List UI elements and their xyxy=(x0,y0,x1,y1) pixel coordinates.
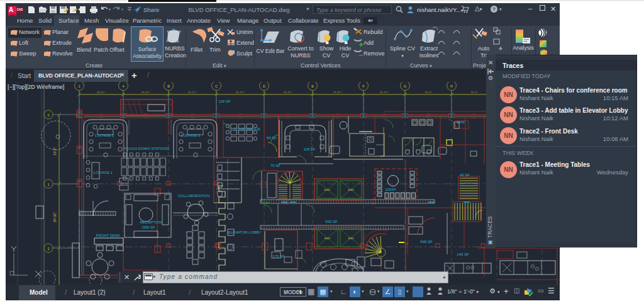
svg-text:14'-8½": 14'-8½" xyxy=(97,91,106,94)
svg-text:118 SF: 118 SF xyxy=(219,99,231,103)
svg-text:1: 1 xyxy=(47,183,49,186)
svg-text:21'-0": 21'-0" xyxy=(53,147,57,155)
svg-text:100SF: 100SF xyxy=(457,121,465,124)
svg-text:D: D xyxy=(263,84,265,88)
svg-text:46 SF: 46 SF xyxy=(460,173,470,177)
svg-text:70 SF: 70 SF xyxy=(270,164,280,167)
svg-text:118 SF: 118 SF xyxy=(304,147,316,151)
svg-text:E: E xyxy=(311,84,314,88)
svg-text:50 SF: 50 SF xyxy=(267,136,277,140)
svg-text:15'-3¾": 15'-3¾" xyxy=(380,91,389,94)
svg-text:15'-1": 15'-1" xyxy=(471,91,478,94)
svg-text:CONFERENCE: CONFERENCE xyxy=(234,127,260,131)
svg-text:FRONT DESK: FRONT DESK xyxy=(96,234,121,237)
svg-text:B: B xyxy=(167,84,170,88)
svg-text:2: 2 xyxy=(47,247,49,251)
svg-text:▾: ▾ xyxy=(109,8,111,11)
svg-text:▾: ▾ xyxy=(121,8,123,11)
svg-text:RECEPTION: RECEPTION xyxy=(140,220,162,224)
svg-text:ELEV: ELEV xyxy=(325,189,331,191)
svg-text:LOUNGE 3: LOUNGE 3 xyxy=(181,133,201,137)
svg-text:TOUCH DOWN STATIONS: TOUCH DOWN STATIONS xyxy=(124,147,170,150)
svg-text:ELEVATOR LOBBY: ELEVATOR LOBBY xyxy=(228,230,262,234)
svg-text:LOUNGE 1: LOUNGE 1 xyxy=(94,171,113,174)
svg-text:LOUNGE 2: LOUNGE 2 xyxy=(95,133,114,137)
svg-text:500 SF: 500 SF xyxy=(325,220,338,224)
svg-text:100SF: 100SF xyxy=(385,188,396,191)
svg-text:20'-10": 20'-10" xyxy=(53,212,57,222)
svg-text:15'-3½": 15'-3½" xyxy=(188,91,197,94)
svg-text:170 SF: 170 SF xyxy=(272,254,285,258)
svg-text:ELEV: ELEV xyxy=(325,237,331,240)
svg-text:140 SF: 140 SF xyxy=(457,252,469,256)
svg-text:595 SF: 595 SF xyxy=(420,240,433,244)
svg-text:4: 4 xyxy=(122,84,124,88)
svg-text:0: 0 xyxy=(47,113,49,117)
svg-text:COLLABORATION: COLLABORATION xyxy=(178,194,210,198)
svg-text:15'-3¾": 15'-3¾" xyxy=(236,91,245,94)
svg-text:2650 SF: 2650 SF xyxy=(142,225,155,229)
svg-text:G: G xyxy=(404,84,406,88)
svg-text:17'-4¼": 17'-4¼" xyxy=(333,91,343,94)
svg-text:15'-4": 15'-4" xyxy=(425,91,432,94)
svg-text:C: C xyxy=(215,84,218,88)
svg-text:H: H xyxy=(450,84,453,88)
svg-text:15'-3¾": 15'-3¾" xyxy=(284,91,293,94)
svg-text:2: 2 xyxy=(78,84,80,88)
svg-text:ELEV: ELEV xyxy=(348,189,355,191)
svg-text:ELEV: ELEV xyxy=(348,237,355,240)
svg-text:15'-4¼": 15'-4¼" xyxy=(142,91,151,94)
